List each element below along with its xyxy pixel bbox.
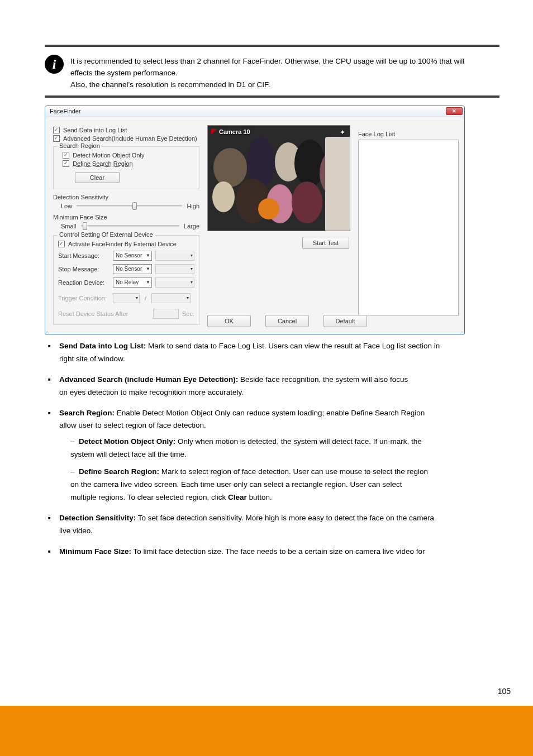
bullet-advanced-search: Advanced Search (include Human Eye Detec… [48,374,499,399]
start-msg-label: Start Message: [58,252,110,259]
label-activate-ext: Activate FaceFinder By External Device [68,241,177,247]
camera-label: Camera 10 [219,128,250,135]
close-icon[interactable]: ✕ [446,107,463,115]
ok-button[interactable]: OK [207,315,251,327]
camera-status-icon: ✦ [340,128,345,136]
face-log-label: Face Log List [358,131,459,137]
stop-msg-label: Stop Message: [58,266,110,272]
footer-bar [0,706,533,756]
reaction-label: Reaction Device: [58,279,110,286]
checkbox-define-region[interactable] [63,160,69,167]
reaction-relay-dropdown[interactable]: No Relay▼ [113,277,152,288]
checkbox-advanced-search[interactable] [53,135,60,142]
dialog-title: FaceFinder [50,108,81,114]
minface-small: Small [61,223,77,229]
checkbox-send-log[interactable] [53,127,60,133]
label-define-region: Define Search Region [73,160,133,167]
dialog-titlebar: FaceFinder ✕ [45,106,464,117]
bullet-minimum-face-size: Minimum Face Size: To limit face detecti… [48,546,499,558]
bullet-search-region: Search Region: Enable Detect Motion Obje… [48,407,499,505]
face-log-list [358,140,459,316]
trigger-label: Trigger Condition: [58,295,110,302]
label-advanced-search: Advanced Search(Include Human Eye Detect… [63,135,197,142]
start-test-button[interactable]: Start Test [302,237,349,249]
label-send-log: Send Data into Log List [63,127,127,133]
camera-preview: Camera 10 ✦ [207,125,350,231]
bullet-send-data: Send Data into Log List: Mark to send da… [48,340,499,366]
stop-msg-value-dropdown[interactable]: ▾ [155,264,194,274]
minface-label: Minimum Face Size [53,214,199,221]
default-button[interactable]: Default [323,315,367,327]
minface-slider[interactable] [81,225,179,227]
minface-large: Large [184,223,199,229]
search-region-legend: Search Region [57,142,102,149]
page-number: 105 [498,687,511,696]
stop-msg-sensor-dropdown[interactable]: No Sensor▼ [113,264,152,274]
sensitivity-low: Low [61,203,72,209]
label-detect-motion: Detect Motion Object Only [73,152,144,159]
subbullet-detect-motion: – Detect Motion Object Only: Only when m… [70,436,499,461]
info-icon: i [45,55,64,74]
reset-sec-label: Sec. [182,310,194,317]
clear-button[interactable]: Clear [75,172,120,183]
trigger-cond-2-dropdown: ▾ [151,293,191,303]
trigger-cond-1-dropdown: ▾ [113,293,140,303]
facefinder-dialog: FaceFinder ✕ Send Data into Log List Adv… [45,106,465,334]
reaction-value-dropdown[interactable]: ▾ [155,277,194,288]
checkbox-activate-ext[interactable] [58,241,65,247]
reset-label: Reset Device Status After [58,310,128,317]
sensitivity-slider[interactable] [77,205,182,207]
sensitivity-high: High [187,203,199,209]
sensitivity-label: Detection Sensitivity [53,194,199,200]
bullet-detection-sensitivity: Detection Sensitivity: To set face detec… [48,512,499,538]
reset-seconds-input [153,309,179,319]
checkbox-detect-motion[interactable] [63,152,69,159]
start-msg-value-dropdown[interactable]: ▾ [155,251,194,261]
record-flag-icon [211,129,217,135]
subbullet-define-region: – Define Search Region: Mark to select r… [70,466,499,504]
cancel-button[interactable]: Cancel [265,315,309,327]
ext-legend: Control Setting Of External Device [57,231,155,238]
info-note: It is recommended to select less than 2 … [70,55,464,91]
start-msg-sensor-dropdown[interactable]: No Sensor▼ [113,251,152,261]
